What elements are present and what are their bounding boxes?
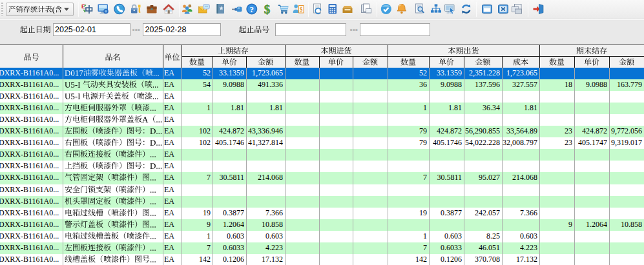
svg-text:?: ? (250, 5, 254, 14)
svg-text:$: $ (264, 3, 271, 15)
svg-text:$: $ (299, 6, 302, 13)
